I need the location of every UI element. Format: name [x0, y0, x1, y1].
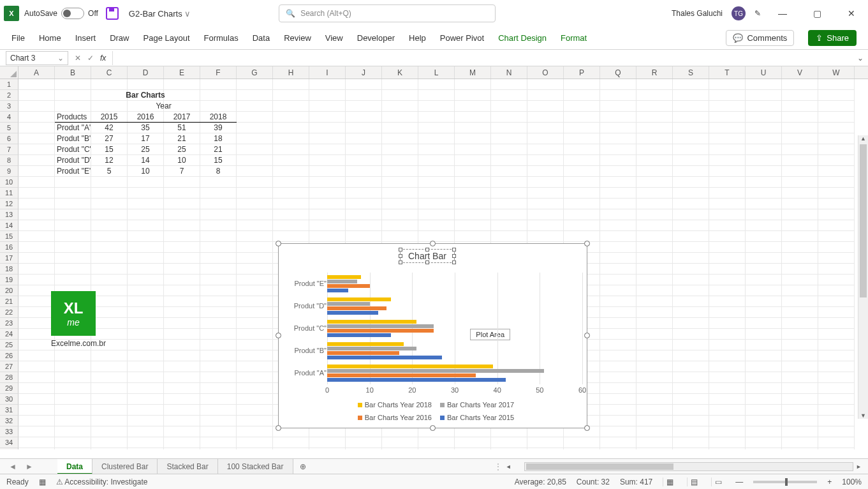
resize-handle[interactable] — [276, 333, 281, 338]
column-header[interactable]: C — [91, 66, 128, 79]
column-header[interactable]: M — [455, 66, 491, 79]
zoom-out-button[interactable]: — — [735, 478, 743, 486]
normal-view-button[interactable]: ▦ — [663, 478, 677, 486]
formula-expand-icon[interactable]: ⌄ — [853, 54, 868, 63]
comments-button[interactable]: 💬 Comments — [726, 30, 794, 46]
column-header[interactable]: E — [164, 66, 200, 79]
row-header[interactable]: 27 — [0, 361, 18, 372]
row-header[interactable]: 21 — [0, 296, 18, 307]
column-header[interactable]: A — [18, 66, 55, 79]
horizontal-scrollbar[interactable]: ◄ ► — [506, 462, 868, 471]
column-header[interactable]: R — [636, 66, 673, 79]
document-name[interactable]: G2-Bar Charts ∨ — [129, 9, 191, 19]
cell[interactable]: Produt "B" — [55, 133, 91, 144]
column-header[interactable]: W — [818, 66, 855, 79]
page-layout-button[interactable]: ▤ — [687, 478, 701, 486]
row-header[interactable]: 20 — [0, 285, 18, 296]
resize-handle[interactable] — [584, 241, 590, 246]
row-header[interactable]: 34 — [0, 437, 18, 448]
tab-file[interactable]: File — [11, 33, 25, 43]
chart-bar[interactable] — [327, 311, 378, 315]
column-header[interactable]: J — [346, 66, 382, 79]
chart-bar[interactable] — [327, 369, 544, 373]
cell[interactable]: 21 — [164, 133, 200, 144]
row-header[interactable]: 28 — [0, 372, 18, 383]
sheet-next-icon[interactable]: ► — [26, 462, 33, 471]
cell[interactable]: 25 — [164, 144, 200, 155]
search-input[interactable]: 🔍 Search (Alt+Q) — [279, 4, 496, 22]
tab-home[interactable]: Home — [39, 33, 61, 43]
resize-handle[interactable] — [584, 333, 590, 338]
chart-bar[interactable] — [327, 365, 493, 368]
cell[interactable]: 15 — [91, 144, 128, 155]
column-header[interactable]: Q — [600, 66, 636, 79]
sheet-tab-stacked[interactable]: Stacked Bar — [158, 459, 217, 474]
chart-legend[interactable]: Bar Charts Year 2018 Bar Charts Year 201… — [279, 398, 587, 424]
chart-bar[interactable] — [327, 289, 348, 292]
row-header[interactable]: 35 — [0, 448, 18, 449]
page-break-button[interactable]: ▭ — [711, 478, 725, 486]
row-header[interactable]: 29 — [0, 383, 18, 394]
row-header[interactable]: 6 — [0, 133, 18, 144]
row-header[interactable]: 7 — [0, 144, 18, 155]
autosave-toggle[interactable]: AutoSave Off — [24, 8, 98, 19]
cell[interactable]: 2016 — [128, 112, 164, 123]
zoom-slider[interactable] — [753, 481, 817, 483]
chart-bar[interactable] — [327, 320, 416, 324]
chart-bar[interactable] — [327, 329, 434, 333]
chart-bar[interactable] — [327, 324, 434, 328]
cell[interactable]: 15 — [200, 155, 237, 166]
row-header[interactable]: 11 — [0, 188, 18, 199]
select-all-button[interactable] — [0, 66, 18, 79]
cell[interactable]: 10 — [128, 166, 164, 177]
minimize-button[interactable]: — — [770, 8, 795, 19]
zoom-level[interactable]: 100% — [842, 478, 862, 486]
sheet-tab-data[interactable]: Data — [57, 459, 92, 474]
column-header[interactable]: I — [309, 66, 346, 79]
cell[interactable]: 35 — [128, 123, 164, 133]
tab-draw[interactable]: Draw — [110, 33, 129, 43]
cell[interactable]: 2017 — [164, 112, 200, 123]
tab-data[interactable]: Data — [253, 33, 270, 43]
pen-icon[interactable]: ✎ — [754, 9, 761, 18]
row-header[interactable]: 22 — [0, 307, 18, 318]
row-header[interactable]: 17 — [0, 253, 18, 264]
column-header[interactable]: B — [55, 66, 91, 79]
cell[interactable]: 2018 — [200, 112, 237, 123]
row-header[interactable]: 13 — [0, 209, 18, 220]
cell[interactable]: Produt "D" — [55, 155, 91, 166]
macro-icon[interactable]: ▦ — [39, 478, 46, 486]
cell[interactable]: 5 — [91, 166, 128, 177]
resize-handle[interactable] — [430, 425, 436, 431]
row-header[interactable]: 32 — [0, 416, 18, 426]
row-header[interactable]: 3 — [0, 101, 18, 112]
toggle-switch[interactable] — [61, 8, 84, 19]
row-header[interactable]: 25 — [0, 340, 18, 350]
row-header[interactable]: 14 — [0, 220, 18, 231]
sheet-prev-icon[interactable]: ◄ — [9, 462, 17, 471]
cell[interactable]: 10 — [164, 155, 200, 166]
chart-bar[interactable] — [327, 275, 361, 279]
name-box[interactable]: Chart 3⌄ — [6, 51, 68, 65]
column-header[interactable]: H — [273, 66, 309, 79]
tab-insert[interactable]: Insert — [75, 33, 96, 43]
row-header[interactable]: 30 — [0, 394, 18, 405]
column-header[interactable]: G — [237, 66, 273, 79]
row-header[interactable]: 9 — [0, 166, 18, 177]
scroll-thumb[interactable] — [860, 144, 867, 297]
chart-bar[interactable] — [327, 333, 391, 337]
resize-handle[interactable] — [276, 241, 281, 246]
cell[interactable]: 18 — [200, 133, 237, 144]
row-header[interactable]: 23 — [0, 318, 18, 329]
cancel-icon[interactable]: ✕ — [75, 54, 81, 63]
share-button[interactable]: ⇪ Share — [808, 30, 857, 46]
avatar[interactable]: TG — [732, 6, 746, 20]
cell[interactable]: 25 — [128, 144, 164, 155]
row-header[interactable]: 15 — [0, 231, 18, 242]
sheet-tab-100stacked[interactable]: 100 Stacked Bar — [218, 459, 293, 474]
column-header[interactable]: V — [782, 66, 818, 79]
maximize-button[interactable]: ▢ — [804, 8, 830, 19]
row-header[interactable]: 5 — [0, 123, 18, 133]
row-header[interactable]: 24 — [0, 329, 18, 340]
chart-bar[interactable] — [327, 373, 476, 377]
